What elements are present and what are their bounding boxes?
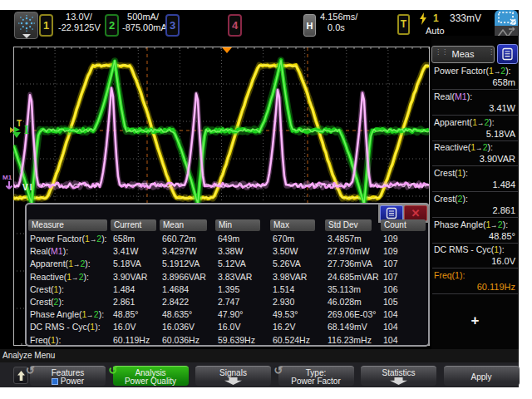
row-measure-label: Power Factor(1→2): — [30, 234, 107, 244]
row-value: 60.119Hz — [113, 335, 150, 345]
trigger-source: 1 — [433, 12, 439, 24]
sidebar-menu-button[interactable] — [497, 44, 518, 64]
sidebar-measurement-item[interactable]: Apparent(1→2): 5.18VA — [432, 116, 518, 141]
list-icon — [381, 206, 402, 220]
row-value: 5.12VA — [218, 259, 246, 268]
row-value: 658m — [113, 234, 135, 244]
softkey-line2: Power Quality — [113, 377, 189, 386]
row-value: 5.18VA — [113, 259, 141, 268]
measurement-label: Crest(1): — [434, 168, 468, 178]
row-value: 1.484 — [113, 284, 135, 294]
row-value: 16.036V — [162, 322, 195, 332]
row-value: 49.53° — [273, 309, 298, 319]
column-header-current: Current — [111, 219, 156, 231]
row-value: 269.06E-03° — [328, 309, 377, 319]
sidebar-measurement-item[interactable]: Freq(1): 60.119Hz — [432, 268, 518, 294]
trigger-mode: Auto — [426, 26, 445, 36]
measurement-table: ✕ MeasureCurrentMeanMinMaxStd DevCount P… — [25, 203, 430, 347]
softkey-apply[interactable]: Apply — [444, 366, 520, 386]
channel-1-button[interactable]: 1 — [39, 14, 53, 37]
channel-4-button[interactable]: 4 — [228, 14, 242, 37]
sidebar-header[interactable]: ⋮⋮ Meas ⋮⋮ — [431, 46, 495, 63]
add-measurement-button[interactable]: + — [431, 313, 519, 329]
row-value: 109 — [383, 234, 398, 244]
measurement-value: 48.85° — [489, 231, 515, 241]
table-row: Power Factor(1→2):658m660.72m649m670m3.4… — [27, 234, 428, 246]
column-header-std-dev: Std Dev — [325, 219, 372, 231]
grip-icon: ⋮⋮ — [488, 51, 491, 60]
row-value: 3.4297W — [162, 246, 197, 256]
horizontal-button[interactable]: H — [303, 14, 316, 37]
list-icon — [498, 45, 517, 63]
svg-text:I: I — [24, 125, 29, 136]
svg-text:VI: VI — [22, 183, 33, 192]
softkey-line2: Power Factor — [278, 377, 354, 386]
measurement-value: 3.90VAR — [480, 154, 515, 164]
row-value: 60.036Hz — [162, 335, 200, 345]
marquee-select-icon — [495, 10, 518, 26]
row-value: 35.113m — [328, 284, 361, 294]
measurement-value: 16.0V — [491, 256, 515, 266]
sidebar-measurement-item[interactable]: Power Factor(1→2): 658m — [432, 64, 518, 90]
softkey-type[interactable]: ↺ Type: Power Factor — [278, 366, 354, 386]
measurement-value: 2.861 — [492, 205, 515, 215]
measurement-label: Power Factor(1→2): — [434, 66, 511, 76]
sidebar-measurement-item[interactable]: Crest(1): 1.484 — [432, 166, 518, 192]
softkey-line1: Apply — [444, 372, 520, 382]
softkey-signals[interactable]: Signals — [195, 366, 271, 386]
meas-sidebar: ⋮⋮ Meas ⋮⋮ Power Factor(1→2): 658m Real(… — [431, 36, 519, 359]
row-value: 46.028m — [328, 297, 362, 307]
measurement-label: Real(M1): — [434, 91, 472, 101]
softkey-line1: Signals — [195, 368, 271, 377]
row-value: 68.149mV — [328, 322, 367, 332]
measurement-label: Crest(2): — [434, 194, 468, 204]
softkey-features[interactable]: ↺ Features Power — [30, 366, 106, 386]
row-value: 5.26VA — [273, 259, 301, 268]
sidebar-measurement-item[interactable]: Reactive(1→2): 3.90VAR — [432, 140, 518, 166]
channel-2-button[interactable]: 2 — [105, 14, 119, 37]
row-value: 1.395 — [218, 284, 239, 294]
trigger-button[interactable]: T — [397, 14, 410, 35]
table-row: Apparent(1→2):5.18VA5.1912VA5.12VA5.26VA… — [27, 259, 428, 271]
up-arrow-icon — [17, 371, 25, 381]
softkey-statistics[interactable]: Statistics — [361, 366, 436, 386]
row-measure-label: Crest(2): — [30, 297, 64, 307]
sidebar-measurement-item[interactable]: DC RMS - Cyc(1): 16.0V — [432, 243, 518, 268]
lightning-icon — [418, 12, 428, 25]
row-value: 106 — [383, 284, 398, 294]
table-row: Crest(1):1.4841.46841.3951.51435.113m106 — [27, 284, 428, 297]
sidebar-title: Meas — [432, 49, 494, 59]
row-value: 3.90VAR — [113, 272, 147, 282]
row-value: 116.23mHz — [328, 335, 372, 345]
row-value: 2.8422 — [162, 297, 189, 307]
power-app-icon — [52, 378, 58, 385]
channel-3-button[interactable]: 3 — [165, 14, 180, 37]
zoom-select-button[interactable] — [495, 10, 518, 26]
row-value: 105 — [383, 297, 398, 307]
down-arrow-icon — [224, 377, 242, 385]
channel-2-offset: -875.00mA — [122, 22, 164, 32]
measurement-value: 5.18VA — [486, 129, 515, 139]
row-value: 48.635° — [162, 309, 192, 319]
column-header-measure: Measure — [28, 219, 107, 231]
row-measure-label: Real(M1): — [30, 246, 68, 256]
measurement-label: Phase Angle(1→2): — [434, 219, 508, 229]
softkey-analysis[interactable]: ↺ Analysis Power Quality — [113, 366, 189, 386]
sidebar-measurement-item[interactable]: Crest(2): 2.861 — [432, 192, 518, 218]
system-menu-button[interactable] — [14, 12, 38, 39]
channel-ground-markers[interactable] — [9, 125, 24, 140]
softkey-bar: ↺ Features Power ↺ Analysis Power Qualit… — [0, 362, 519, 387]
row-value: 104 — [383, 309, 398, 319]
sidebar-measurement-item[interactable]: Real(M1): 3.41W — [432, 90, 518, 116]
chevron-down-icon — [22, 34, 31, 38]
row-value: 2.861 — [113, 297, 135, 307]
row-value: 27.736mVA — [328, 259, 372, 268]
column-header-min: Min — [215, 219, 260, 231]
row-value: 48.85° — [113, 309, 138, 319]
row-measure-label: DC RMS - Cyc(1): — [30, 322, 101, 332]
row-value: 16.2V — [273, 322, 295, 332]
row-value: 59.639Hz — [218, 335, 255, 345]
row-value: 2.747 — [218, 297, 239, 307]
channel-1-offset: -22.9125V — [58, 22, 100, 32]
sidebar-measurement-item[interactable]: Phase Angle(1→2): 48.85° — [432, 218, 518, 244]
